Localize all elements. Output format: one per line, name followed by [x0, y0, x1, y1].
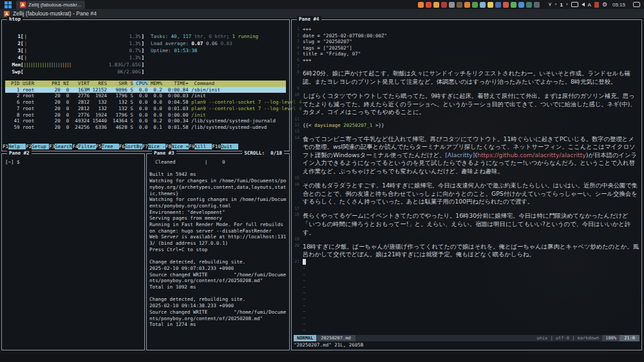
notifications-icon[interactable] — [633, 2, 640, 7]
desktop-next-icon[interactable]: › — [566, 1, 568, 8]
terminal-area: htop 1[|1.3%]2[|1.3%]3[|0.7%]4[|1.3%]Mem… — [0, 18, 644, 354]
fnkey-filter[interactable]: F4Filter — [72, 144, 95, 150]
fnkey-kill[interactable]: F9Kill — [189, 144, 212, 150]
htop-info-line: Tasks: 40, 117 thr, 0 kthr; 1 running — [151, 33, 286, 40]
notification-badge-icon[interactable] — [594, 2, 599, 8]
fnkey-nice[interactable]: F7Nice - — [142, 144, 166, 150]
green-app-icon[interactable] — [472, 2, 478, 8]
cloud-icon[interactable] — [480, 2, 486, 8]
htop-process-row[interactable]: 41 root 20 0 49324 15440 14364 S 0.0 0.2… — [5, 118, 286, 124]
log-line: Total in 1092 ms — [149, 284, 287, 291]
vim-line: 2018時すぎに夕飯。ばーちゃんが唐揚げ作ってくれてたので娘はそれを。俺とばーち… — [294, 243, 639, 259]
zellij-app-icon: A — [20, 2, 26, 8]
desktop-number[interactable]: 1 — [560, 2, 562, 8]
weather-icon[interactable] — [518, 2, 524, 8]
log-line: Watching for changes in /home/fumi/Docum… — [149, 178, 287, 196]
vlc-icon[interactable] — [464, 2, 470, 8]
photos-icon[interactable] — [495, 2, 501, 8]
fnkey-quit[interactable]: F10Quit — [212, 144, 238, 150]
log-line: Cleaned | 0 — [149, 159, 287, 166]
log-line: Serving pages from memory — [149, 215, 287, 222]
pane-3-scroll-indicator: SCROLL: 0/18 — [242, 150, 284, 157]
htop-process-row[interactable]: 7 root 20 0 2812 132 132 S 0.0 0.0 0:01.… — [5, 106, 286, 112]
pane-2[interactable]: Pane #2 [~] $ — [1, 153, 145, 350]
vim-empty-line: ~ — [294, 284, 639, 291]
log-line: Source changed WRITE "/home/fumi/Documen… — [149, 309, 287, 321]
vim-line: 18長らくやってるゲームにイベントきてたのでやったり。16時30分前に娘帰宅。今… — [294, 212, 639, 236]
htop-table-header[interactable]: PID USER PRI NI VIRT RES SHR S CPU% MEM%… — [5, 81, 286, 87]
volume-icon[interactable] — [582, 3, 585, 6]
vim-line: 13 — [294, 129, 639, 135]
log-line: Watching for config changes in /home/fum… — [149, 196, 287, 209]
settings-gear-icon[interactable]: ⚙ — [602, 1, 607, 8]
vim-line: 2date = "2025-02-07T00:00:00Z" — [294, 33, 639, 39]
fnkey-nice[interactable]: F8Nice + — [166, 144, 189, 150]
htop-process-row[interactable]: 6 root 20 0 2812 132 132 S 0.0 0.0 0:04.… — [5, 99, 286, 106]
htop-process-row[interactable]: 1 root 20 0 163M 12152 9096 S 0.0 0.2 0:… — [5, 87, 286, 93]
vim-empty-line: ~ — [294, 290, 639, 296]
fnkey-search[interactable]: F3Search — [49, 144, 72, 150]
pane-4[interactable]: Pane #4 1+++2date = "2025-02-07T00:00:00… — [291, 19, 642, 350]
htop-function-key-bar: F1Help F2Setup F3SearchF4FilterF5Tree F6… — [3, 144, 289, 150]
pane-4-title: Pane #4 — [297, 16, 321, 23]
pane-3[interactable]: Pane #3 SCROLL: 0/18 Cleaned | 0Built in… — [146, 153, 290, 350]
vim-mode-indicator: NORMAL — [294, 335, 316, 341]
vim-line: 14食ってコンビニ寄って牛乳など仕入れて帰宅。再びコタツにてウトウト。11時ぐら… — [294, 135, 639, 176]
log-line: Running in Fast Render Mode. For full re… — [149, 222, 287, 234]
htop-info-line: Load average: 0.07 0.06 0.03 — [151, 40, 286, 47]
download-icon[interactable] — [511, 2, 516, 8]
log-line: 2025-02-10 09:07:03.233 +0900 — [149, 265, 287, 272]
htop-process-row[interactable]: 8 root 20 0 2776 1924 1796 S 0.0 0.0 0:0… — [5, 112, 286, 119]
log-line — [149, 253, 287, 260]
camera-icon[interactable] — [449, 2, 455, 8]
video-icon[interactable] — [526, 2, 532, 8]
vim-line: 17 — [294, 206, 639, 213]
display-app-icon[interactable] — [534, 2, 540, 8]
taskbar-clock[interactable]: 05:15 — [612, 2, 625, 8]
desktop-prev-icon[interactable]: ‹ — [555, 1, 557, 8]
taskbar: A Zellij (fabulous-muskr... ∨ ‹ 1 › A ⚙ … — [0, 0, 644, 9]
vim-empty-line: ~ — [294, 296, 639, 303]
chrome-icon[interactable] — [433, 2, 439, 8]
vim-line: 3slug = "20250207" — [294, 39, 639, 45]
taskbar-left: A Zellij (fabulous-muskr... — [4, 0, 85, 9]
display-icon[interactable] — [571, 2, 578, 7]
log-line: Change detected, rebuilding site. — [149, 296, 287, 303]
pin-icon[interactable] — [503, 2, 509, 8]
fnkey-help[interactable]: F1Help — [3, 144, 26, 150]
fnkey-tree[interactable]: F5Tree — [96, 144, 119, 150]
vim-cursor-position: 21:0 — [620, 335, 639, 341]
fnkey-setup[interactable]: F2Setup — [26, 144, 49, 150]
start-button[interactable] — [4, 1, 12, 8]
vim-scroll-percent: 100% — [602, 335, 620, 341]
htop-process-row[interactable]: 2 root 20 0 2776 1924 1796 S 0.0 0.0 0:0… — [5, 93, 286, 99]
fnkey-sortby[interactable]: F6SortBy — [119, 144, 142, 150]
audio-icon[interactable] — [457, 2, 462, 8]
vim-line: 7 — [294, 64, 639, 70]
folder-icon[interactable] — [488, 2, 493, 8]
firefox-icon[interactable] — [418, 2, 424, 8]
tray-expand-icon[interactable]: ∨ — [548, 1, 552, 8]
log-line — [149, 291, 287, 297]
taskbar-app-button[interactable]: A Zellij (fabulous-muskr... — [16, 1, 85, 9]
log-line: Built in 5942 ms — [149, 171, 287, 178]
htop-process-row[interactable]: 59 root 20 0 24256 6336 4628 S 0.0 0.1 0… — [5, 124, 286, 131]
input-method-indicator[interactable]: A — [588, 2, 591, 8]
log-line: 2025-02-10 09:14:38.233 +0900 — [149, 303, 287, 309]
vim-line: 16その後もダラダラとすごす。14時すぎに娘帰宅。今日は友達何人かで遊ぶ約束した… — [294, 182, 639, 206]
htop-meters: 1[|1.3%]2[|1.3%]3[|0.7%]4[|1.3%]Mem[||||… — [5, 33, 286, 75]
htop-meter-1: 1[|1.3%] — [5, 33, 144, 40]
vim-buffer[interactable]: 1+++2date = "2025-02-07T00:00:00Z"3slug … — [294, 26, 639, 335]
tray-icon-group — [418, 2, 540, 8]
vim-line: 10しばらくコタツでウトウトしてたら眠ってた。9時すぎに起床。着替えて原付にて外… — [294, 92, 639, 117]
log-line — [149, 166, 287, 172]
window-title: Zellij (fabulous-muskrat) - Pane #4 — [13, 10, 97, 17]
vim-line: 4tags = ["202502"] — [294, 45, 639, 52]
log-line: Press Ctrl+C to stop — [149, 247, 287, 253]
htop-sort-column[interactable]: CPU% — [133, 81, 148, 86]
mail-icon[interactable] — [441, 2, 447, 8]
browser-icon[interactable] — [426, 2, 431, 8]
pane-htop[interactable]: htop 1[|1.3%]2[|1.3%]3[|0.7%]4[|1.3%]Mem… — [1, 19, 290, 151]
vim-statusline: NORMAL 20250207.md unix | utf-8 | markdo… — [294, 335, 639, 341]
vim-line: 86時20分、娘に声かけて起こす。朝飯は久々にサンドイッチをリクエストされたわー… — [294, 70, 639, 86]
